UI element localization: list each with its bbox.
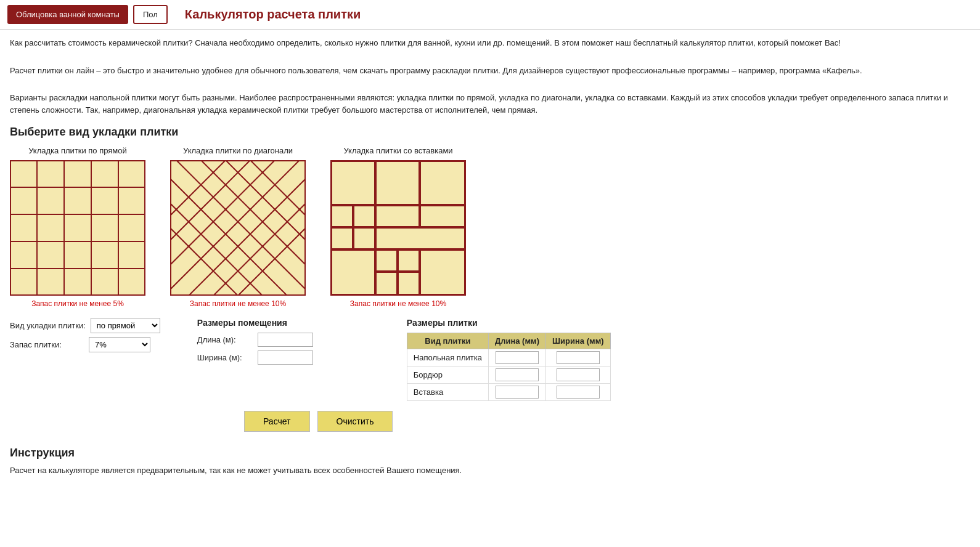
intro-para1: Как рассчитать стоимость керамической пл… [10, 37, 970, 49]
tile-label-straight: Укладка плитки по прямой [28, 146, 127, 155]
intro-para2: Расчет плитки он лайн – это быстро и зна… [10, 65, 970, 77]
tile-sizes-title: Размеры плитки [407, 318, 611, 328]
header: Облицовка ванной комнаты Пол Калькулятор… [0, 0, 980, 30]
room-sizes-title: Размеры помещения [197, 318, 370, 328]
form-block: Вид укладки плитки: по прямой по диагона… [10, 318, 160, 401]
svg-rect-31 [354, 206, 375, 227]
room-width-input[interactable] [258, 350, 313, 365]
svg-rect-10 [170, 160, 306, 296]
svg-rect-32 [376, 206, 419, 227]
tile-option-inserts[interactable]: Укладка плитки со вставками [330, 146, 466, 308]
btn-floor[interactable]: Пол [133, 5, 168, 24]
clear-button[interactable]: Очистить [317, 411, 393, 432]
bordur-width-cell [546, 367, 611, 384]
bordur-width-input[interactable] [557, 368, 600, 381]
type-select[interactable]: по прямой по диагонали со вставками [91, 318, 160, 333]
reserve-row: Запас плитки: 5% 7% 10% 15% [10, 337, 160, 352]
page-title: Калькулятор расчета плитки [185, 7, 361, 22]
bordur-length-input[interactable] [496, 368, 539, 381]
reserve-select[interactable]: 5% 7% 10% 15% [89, 337, 150, 352]
calc-button[interactable]: Расчет [244, 411, 310, 432]
svg-rect-27 [332, 161, 375, 205]
action-buttons: Расчет Очистить [244, 411, 970, 432]
svg-rect-0 [10, 160, 145, 296]
room-length-row: Длина (м): [197, 333, 370, 347]
tile-options: Укладка плитки по прямой [10, 146, 970, 308]
svg-rect-36 [376, 228, 465, 249]
svg-rect-30 [332, 206, 353, 227]
tile-type-bordur: Бордюр [407, 367, 488, 384]
svg-rect-42 [398, 272, 419, 294]
svg-rect-37 [332, 250, 375, 294]
napol-length-input[interactable] [496, 351, 539, 364]
room-length-label: Длина (м): [197, 335, 253, 344]
svg-rect-41 [376, 272, 397, 294]
type-label: Вид укладки плитки: [10, 321, 86, 330]
bordur-length-cell [488, 367, 545, 384]
room-width-row: Ширина (м): [197, 350, 370, 365]
svg-rect-33 [420, 206, 465, 227]
col-length-header: Длина (мм) [488, 333, 545, 349]
svg-rect-38 [376, 250, 397, 271]
room-length-input[interactable] [258, 333, 313, 347]
instruction-text: Расчет на калькуляторе является предвари… [10, 464, 970, 477]
reserve-label: Запас плитки: [10, 340, 84, 349]
instruction-title: Инструкция [10, 447, 970, 460]
btn-bathroom[interactable]: Облицовка ванной комнаты [7, 5, 128, 24]
tile-sizes: Размеры плитки Вид плитки Длина (мм) Шир… [407, 318, 611, 401]
napol-length-cell [488, 349, 545, 367]
svg-rect-34 [332, 228, 353, 249]
tile-img-straight [10, 160, 145, 296]
type-row: Вид укладки плитки: по прямой по диагона… [10, 318, 160, 333]
vstavka-width-cell [546, 384, 611, 401]
room-width-label: Ширина (м): [197, 353, 253, 362]
tile-option-diagonal[interactable]: Укладка плитки по диагонали [170, 146, 306, 308]
tile-label-diagonal: Укладка плитки по диагонали [183, 146, 293, 155]
svg-rect-28 [376, 161, 419, 205]
tile-sizes-table: Вид плитки Длина (мм) Ширина (мм) Наполь… [407, 333, 611, 401]
tile-img-diagonal [170, 160, 306, 296]
col-width-header: Ширина (мм) [546, 333, 611, 349]
napol-width-input[interactable] [557, 351, 600, 364]
intro-para3: Варианты раскладки напольной плитки могу… [10, 92, 970, 116]
svg-rect-40 [420, 250, 465, 294]
tile-img-inserts [330, 160, 466, 296]
tile-type-vstavka: Вставка [407, 384, 488, 401]
section-title: Выберите вид укладки плитки [10, 126, 970, 139]
vstavka-length-cell [488, 384, 545, 401]
tile-warning-diagonal: Запас плитки не менее 10% [190, 299, 286, 308]
tile-label-inserts: Укладка плитки со вставками [343, 146, 452, 155]
col-type-header: Вид плитки [407, 333, 488, 349]
controls-row: Вид укладки плитки: по прямой по диагона… [10, 318, 970, 401]
table-row: Бордюр [407, 367, 610, 384]
table-row: Вставка [407, 384, 610, 401]
tile-warning-inserts: Запас плитки не менее 10% [350, 299, 446, 308]
svg-rect-29 [420, 161, 465, 205]
table-row: Напольная плитка [407, 349, 610, 367]
room-sizes: Размеры помещения Длина (м): Ширина (м): [197, 318, 370, 401]
svg-rect-39 [398, 250, 419, 271]
vstavka-width-input[interactable] [557, 386, 600, 399]
tile-warning-straight: Запас плитки не менее 5% [31, 299, 124, 308]
main-content: Как рассчитать стоимость керамической пл… [0, 30, 980, 484]
tile-option-straight[interactable]: Укладка плитки по прямой [10, 146, 145, 308]
vstavka-length-input[interactable] [496, 386, 539, 399]
svg-rect-35 [354, 228, 375, 249]
tile-type-napol: Напольная плитка [407, 349, 488, 367]
napol-width-cell [546, 349, 611, 367]
